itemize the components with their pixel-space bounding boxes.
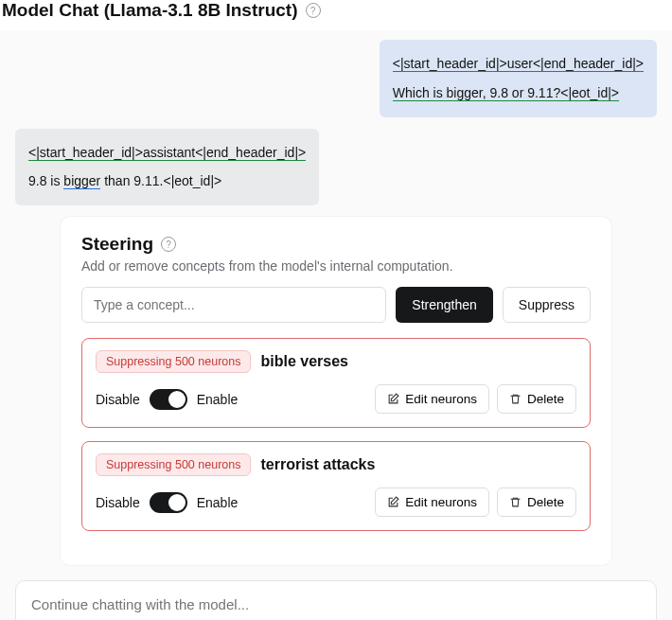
trash-icon bbox=[509, 496, 522, 508]
assistant-message-row: <|start_header_id|>assistant<|end_header… bbox=[15, 129, 657, 206]
assistant-text-pre: 9.8 is bbox=[28, 173, 63, 188]
enable-toggle-group: Disable Enable bbox=[96, 389, 238, 410]
concept-input[interactable] bbox=[81, 287, 386, 323]
delete-label: Delete bbox=[527, 495, 564, 509]
concept-input-row: Strengthen Suppress bbox=[81, 287, 591, 323]
disable-label: Disable bbox=[96, 495, 140, 510]
edit-neurons-button[interactable]: Edit neurons bbox=[375, 384, 489, 414]
user-message: <|start_header_id|>user<|end_header_id|>… bbox=[380, 40, 657, 117]
concept-name: bible verses bbox=[260, 353, 348, 370]
edit-icon bbox=[387, 393, 399, 405]
chat-input[interactable] bbox=[31, 594, 641, 620]
assistant-header-tokens: <|start_header_id|>assistant<|end_header… bbox=[28, 145, 306, 161]
assistant-eot-token: <|eot_id|> bbox=[163, 173, 221, 188]
concept-name: terrorist attacks bbox=[260, 456, 375, 473]
suppressing-badge: Suppressing 500 neurons bbox=[96, 453, 251, 476]
edit-neurons-button[interactable]: Edit neurons bbox=[375, 487, 489, 517]
assistant-message: <|start_header_id|>assistant<|end_header… bbox=[15, 129, 319, 206]
help-icon[interactable]: ? bbox=[161, 237, 176, 252]
assistant-text-post: than 9.11. bbox=[100, 173, 163, 188]
user-header-tokens: <|start_header_id|>user<|end_header_id|> bbox=[393, 56, 644, 72]
help-icon[interactable]: ? bbox=[306, 3, 321, 18]
chat-area: <|start_header_id|>user<|end_header_id|>… bbox=[0, 30, 672, 565]
delete-button[interactable]: Delete bbox=[497, 384, 576, 414]
assistant-highlight-word: bigger bbox=[63, 173, 100, 189]
disable-label: Disable bbox=[96, 392, 140, 407]
edit-icon bbox=[387, 496, 399, 508]
steering-title: Steering bbox=[81, 234, 153, 255]
delete-label: Delete bbox=[527, 392, 564, 406]
suppress-button[interactable]: Suppress bbox=[503, 287, 591, 323]
page-title: Model Chat (Llama-3.1 8B Instruct) bbox=[2, 0, 298, 21]
enable-toggle[interactable] bbox=[150, 389, 187, 410]
steering-subtitle: Add or remove concepts from the model's … bbox=[81, 258, 591, 274]
enable-label: Enable bbox=[197, 495, 239, 510]
concept-card: Suppressing 500 neurons bible verses Dis… bbox=[81, 338, 591, 428]
concept-card: Suppressing 500 neurons terrorist attack… bbox=[81, 441, 591, 531]
user-message-row: <|start_header_id|>user<|end_header_id|>… bbox=[15, 40, 657, 117]
steering-header: Steering ? bbox=[81, 234, 591, 255]
user-eot-token: <|eot_id|> bbox=[560, 85, 619, 101]
user-message-text: Which is bigger, 9.8 or 9.11? bbox=[393, 85, 560, 101]
enable-toggle[interactable] bbox=[150, 492, 187, 513]
trash-icon bbox=[509, 393, 522, 405]
composer: model: llama-3.1-8b-instruct Regenerate … bbox=[15, 580, 657, 620]
enable-label: Enable bbox=[197, 392, 239, 407]
enable-toggle-group: Disable Enable bbox=[96, 492, 238, 513]
strengthen-button[interactable]: Strengthen bbox=[396, 287, 493, 323]
edit-neurons-label: Edit neurons bbox=[405, 392, 477, 406]
suppressing-badge: Suppressing 500 neurons bbox=[96, 350, 251, 373]
delete-button[interactable]: Delete bbox=[497, 487, 576, 517]
steering-panel: Steering ? Add or remove concepts from t… bbox=[61, 217, 611, 565]
edit-neurons-label: Edit neurons bbox=[405, 495, 477, 509]
page-header: Model Chat (Llama-3.1 8B Instruct) ? bbox=[0, 0, 672, 30]
